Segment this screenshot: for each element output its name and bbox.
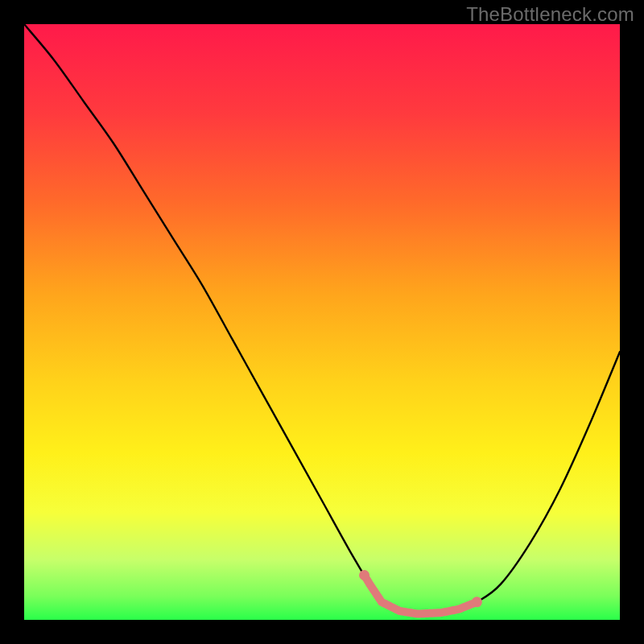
watermark-text: TheBottleneck.com: [466, 3, 634, 26]
gradient-background: [24, 24, 620, 620]
svg-point-0: [359, 570, 369, 580]
chart-plot: [24, 24, 620, 620]
svg-point-1: [472, 597, 482, 607]
chart-frame: TheBottleneck.com: [0, 0, 644, 644]
